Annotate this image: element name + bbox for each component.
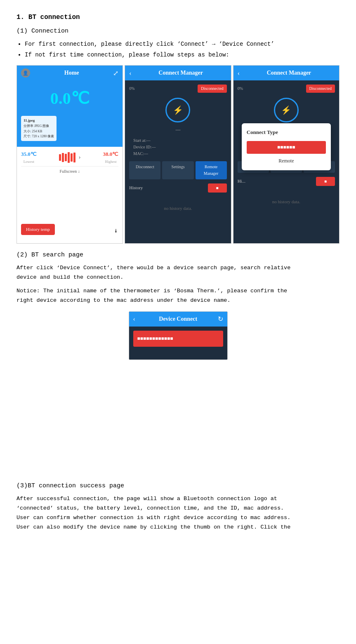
- dc-back-arrow[interactable]: ‹: [133, 314, 135, 324]
- home-bottom: 35.0℃ Lowest › 38.0℃ Highest Fullscr: [17, 147, 123, 180]
- cm1-screenshot: ‹ Connect Manager 0% Disconnected ⚡ — St…: [125, 65, 231, 244]
- temperature-display: 0.0℃: [21, 85, 118, 112]
- fullscreen-btn[interactable]: Fullscreen ↓: [21, 166, 118, 176]
- disconnected-badge: Disconnected: [198, 85, 226, 93]
- section3-title: (3)BT connection success page: [17, 481, 339, 491]
- home-title: Home: [64, 68, 79, 78]
- bar-chart: ›: [59, 152, 81, 163]
- cm-buttons: Disconnect Settings Remote Manager: [129, 161, 226, 179]
- cm1-header: ‹ Connect Manager: [125, 66, 231, 80]
- back-arrow-icon[interactable]: ‹: [129, 68, 131, 79]
- cm1-top-row: 0% Disconnected: [129, 85, 226, 93]
- battery-indicator-2: 0%: [238, 85, 243, 92]
- arrow-right: ›: [79, 153, 81, 162]
- battery-indicator: 0%: [129, 85, 134, 92]
- bar-4: [68, 152, 70, 163]
- bluetooth-icon-2: ⚡: [281, 103, 291, 117]
- section2-para1: After click ‘Device Connect’, there woul…: [17, 263, 339, 282]
- thermometer-icon: 🌡: [113, 227, 118, 235]
- settings-btn[interactable]: Settings: [162, 161, 193, 179]
- bullet-1: For first connection, please directly cl…: [25, 40, 339, 49]
- history-temp-label: History temp: [26, 227, 50, 232]
- bar-2: [62, 153, 64, 162]
- screenshots-row: 👤 Home ⤢ 0.0℃ 11.jpeg 分辨率 JPEG 图像 大小: 25…: [17, 65, 339, 244]
- disconnected-badge-2: Disconnected: [306, 85, 335, 93]
- cm2-header: ‹ Connect Manager: [233, 66, 339, 80]
- cm2-screenshot: ‹ Connect Manager 0% Disconnected ⚡ — St…: [233, 65, 339, 244]
- bluetooth-circle: ⚡: [165, 98, 190, 122]
- home-screenshot: 👤 Home ⤢ 0.0℃ 11.jpeg 分辨率 JPEG 图像 大小: 25…: [17, 65, 123, 244]
- history-label-2: Hi...: [238, 178, 245, 185]
- connect-type-option-active[interactable]: ■■■■■■: [247, 141, 326, 154]
- bullet-list: For first connection, please directly cl…: [25, 40, 339, 60]
- cm1-title: Connect Manager: [135, 68, 227, 78]
- bar-5: [71, 153, 73, 162]
- dc-body: ■■■■■■■■■■■■: [129, 327, 227, 360]
- avatar: 👤: [21, 68, 30, 78]
- connect-type-overlay: Connect Type ■■■■■■ Remote: [242, 123, 331, 170]
- temp-high-section: 38.0℃ Highest: [103, 150, 119, 165]
- history-action-btn-2[interactable]: ■: [316, 177, 335, 186]
- connect-type-title: Connect Type: [247, 128, 326, 137]
- dc-title: Device Connect: [139, 315, 218, 324]
- dc-container: ‹ Device Connect ↻ ■■■■■■■■■■■■: [17, 311, 339, 360]
- section3-para1: After successful connection, the page wi…: [17, 494, 339, 532]
- cm-history-row: History ■: [129, 183, 226, 193]
- main-heading: 1. BT connection: [17, 12, 339, 23]
- cm-info: Start at:— Device ID:— MAC:—: [129, 137, 226, 157]
- bar-1: [59, 154, 61, 161]
- temp-low-section: 35.0℃ Lowest: [21, 150, 37, 165]
- bluetooth-icon: ⚡: [173, 103, 183, 117]
- cm2-top-row: 0% Disconnected: [238, 85, 335, 93]
- section2-title: (2) BT search page: [17, 250, 339, 260]
- no-history-text-2: no history data.: [238, 198, 335, 206]
- cm2-title: Connect Manager: [243, 68, 335, 78]
- disconnect-btn[interactable]: Disconnect: [129, 161, 160, 179]
- no-history-text: no history data.: [129, 205, 226, 212]
- connect-type-option-remote[interactable]: Remote: [247, 157, 326, 165]
- cm1-body: 0% Disconnected ⚡ — Start at:— Device ID…: [125, 80, 231, 243]
- history-temp-btn[interactable]: History temp: [21, 224, 55, 235]
- bar-6: [73, 153, 75, 162]
- image-info-card: 11.jpeg 分辨率 JPEG 图像 大小: 254 KB 尺寸: 720 x…: [21, 116, 57, 141]
- remote-manager-btn[interactable]: Remote Manager: [196, 161, 227, 179]
- dc-device-item[interactable]: ■■■■■■■■■■■■: [133, 331, 223, 347]
- blank-space: [17, 366, 339, 481]
- bullet-2: If not first time connection, please fol…: [25, 50, 339, 59]
- refresh-icon[interactable]: ↻: [218, 314, 223, 324]
- section2-notice: Notice: The initial name of the thermome…: [17, 287, 339, 306]
- section1-title: (1) Connection: [17, 26, 339, 36]
- temp-row: 35.0℃ Lowest › 38.0℃ Highest: [21, 150, 118, 165]
- bluetooth-circle-2: ⚡: [274, 98, 299, 122]
- dc-header: ‹ Device Connect ↻: [129, 312, 227, 327]
- history-action-btn[interactable]: ■: [208, 183, 227, 193]
- dc-screenshot: ‹ Device Connect ↻ ■■■■■■■■■■■■: [129, 311, 228, 360]
- home-header: 👤 Home ⤢: [17, 66, 123, 80]
- cm2-history-row: Hi... ■: [238, 177, 335, 186]
- history-label: History: [129, 184, 143, 192]
- bar-3: [65, 154, 67, 161]
- share-icon: ⤢: [113, 68, 118, 79]
- cm-dash: —: [129, 126, 226, 134]
- back-arrow-icon-2[interactable]: ‹: [238, 68, 240, 79]
